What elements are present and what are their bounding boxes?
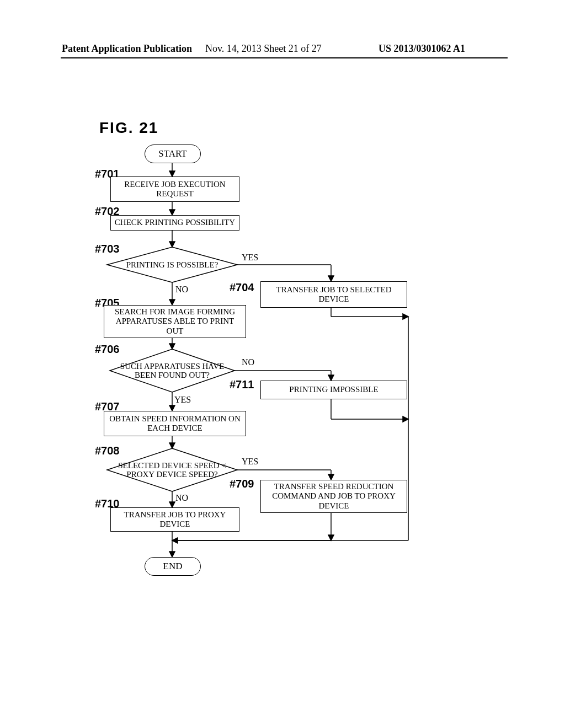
pub-type: Patent Application Publication bbox=[62, 43, 192, 55]
edge-703-yes: YES bbox=[242, 253, 258, 263]
step-704: TRANSFER JOB TO SELECTED DEVICE bbox=[260, 281, 407, 308]
svg-marker-25 bbox=[328, 474, 334, 480]
svg-marker-15 bbox=[169, 344, 175, 349]
step-703-label: #703 bbox=[95, 243, 120, 255]
svg-marker-22 bbox=[169, 443, 175, 448]
step-708: SELECTED DEVICE SPEED < PROXY DEVICE SPE… bbox=[118, 456, 226, 484]
svg-marker-11 bbox=[328, 276, 334, 281]
step-709: TRANSFER SPEED REDUCTION COMMAND AND JOB… bbox=[260, 480, 407, 513]
svg-marker-13 bbox=[169, 299, 175, 305]
step-710: TRANSFER JOB TO PROXY DEVICE bbox=[110, 507, 239, 532]
step-706-label: #706 bbox=[95, 343, 120, 356]
pub-number: US 2013/0301062 A1 bbox=[379, 43, 465, 55]
step-703: PRINTING IS POSSIBLE? bbox=[119, 259, 225, 270]
svg-marker-18 bbox=[328, 375, 334, 381]
step-708-label: #708 bbox=[95, 445, 120, 457]
step-702: CHECK PRINTING POSSIBILITY bbox=[110, 215, 239, 231]
figure-title: FIG. 21 bbox=[99, 119, 158, 137]
edge-706-no: NO bbox=[242, 357, 254, 367]
edge-703-no: NO bbox=[175, 285, 188, 295]
svg-marker-32 bbox=[403, 314, 408, 319]
step-705: SEARCH FOR IMAGE FORMING APPARATUSES ABL… bbox=[104, 305, 246, 338]
edge-708-yes: YES bbox=[242, 457, 258, 467]
svg-marker-35 bbox=[403, 416, 408, 422]
step-711-label: #711 bbox=[230, 378, 254, 391]
step-706: SUCH APPARATUSES HAVE BEEN FOUND OUT? bbox=[116, 357, 228, 384]
svg-marker-4 bbox=[169, 171, 175, 176]
flow-connectors bbox=[0, 0, 565, 728]
step-707: OBTAIN SPEED INFORMATION ON EACH DEVICE bbox=[104, 411, 246, 436]
svg-marker-38 bbox=[328, 535, 334, 540]
end-node: END bbox=[145, 557, 201, 576]
svg-marker-8 bbox=[169, 242, 175, 247]
start-node: START bbox=[145, 144, 201, 163]
step-711: PRINTING IMPOSSIBLE bbox=[260, 381, 407, 399]
header-rule bbox=[61, 57, 508, 58]
step-701: RECEIVE JOB EXECUTION REQUEST bbox=[110, 176, 239, 202]
step-704-label: #704 bbox=[230, 281, 254, 294]
svg-marker-40 bbox=[172, 538, 178, 543]
svg-marker-27 bbox=[169, 502, 175, 507]
edge-706-yes: YES bbox=[174, 395, 191, 405]
svg-marker-20 bbox=[169, 405, 175, 411]
svg-marker-29 bbox=[169, 552, 175, 557]
edge-708-no: NO bbox=[175, 493, 188, 503]
svg-marker-6 bbox=[169, 210, 175, 215]
sheet-info: Nov. 14, 2013 Sheet 21 of 27 bbox=[205, 43, 322, 55]
step-709-label: #709 bbox=[230, 478, 254, 490]
